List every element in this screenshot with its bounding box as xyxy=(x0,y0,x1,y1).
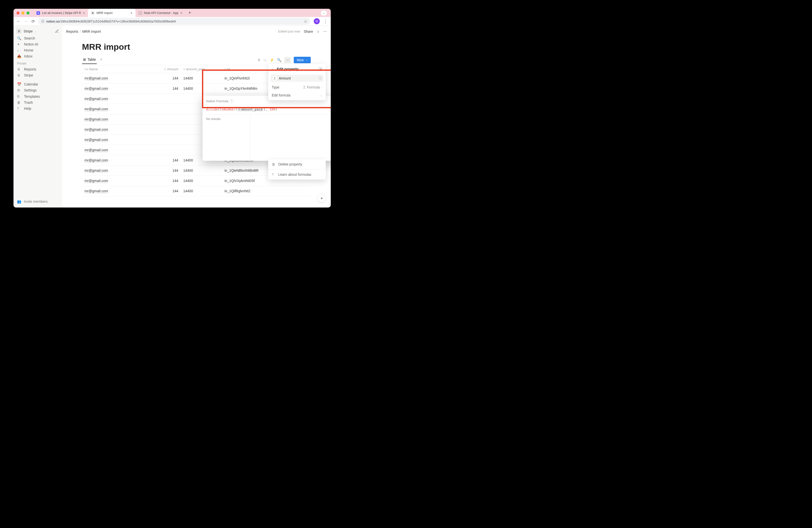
amount-cell[interactable] xyxy=(140,94,181,104)
amount-cell[interactable] xyxy=(140,135,181,145)
share-button[interactable]: Share xyxy=(304,29,313,33)
browser-tab-stripe[interactable]: S List all invoices | Stripe API R × xyxy=(33,9,88,17)
name-cell[interactable]: mr@gmail.com xyxy=(85,179,108,183)
popover-header: ← Edit property ✕ xyxy=(268,65,326,73)
close-window-button[interactable] xyxy=(16,12,19,15)
column-header-name[interactable]: AaName xyxy=(82,65,140,73)
browser-tab-notion[interactable]: N MRR import × xyxy=(88,9,135,17)
browser-tab-connector[interactable]: A Note API Connector - App × xyxy=(135,9,186,17)
sort-icon[interactable]: ↑↓ xyxy=(263,58,267,62)
amount-cell[interactable]: 144 xyxy=(140,73,181,84)
column-header-amount[interactable]: ΣAmount xyxy=(140,65,181,73)
amount-cell[interactable]: 144 xyxy=(140,165,181,176)
url-bar[interactable]: ⓘ notion.so/19fce380694c80828f71c5104df9… xyxy=(38,18,310,25)
close-icon[interactable]: ✕ xyxy=(318,67,323,71)
sidebar-item-ai[interactable]: ✦Notion AI xyxy=(14,41,62,47)
amount-paid-cell[interactable]: 14400 xyxy=(181,165,222,176)
sidebar-item-inbox[interactable]: 📥Inbox xyxy=(14,53,62,59)
id-cell[interactable]: in_1QifRglvnhtI2 xyxy=(222,186,311,196)
sidebar-item-templates[interactable]: ⧉Templates xyxy=(14,93,62,100)
profile-avatar[interactable]: m xyxy=(314,18,320,24)
sidebar-item-search[interactable]: 🔍Search xyxy=(14,35,62,41)
token-fn: toNumber xyxy=(220,107,235,111)
tab-overflow-button[interactable]: ⌄ xyxy=(321,11,327,15)
amount-cell[interactable] xyxy=(140,145,181,155)
amount-cell[interactable] xyxy=(140,104,181,114)
sidebar-item-reports[interactable]: 🗎Reports xyxy=(14,66,62,72)
formula-header-label: Notion Formula xyxy=(206,99,228,103)
amount-cell[interactable] xyxy=(140,124,181,135)
formula-code-input[interactable]: divide(toNumber(≡amount_paid), 100) xyxy=(203,106,331,114)
amount-cell[interactable]: 144 xyxy=(140,176,181,186)
name-cell[interactable]: mr@gmail.com xyxy=(85,76,108,80)
help-icon[interactable]: ? xyxy=(230,100,233,103)
amount-cell[interactable]: 144 xyxy=(140,155,181,165)
new-page-icon[interactable] xyxy=(55,29,59,33)
amount-cell[interactable]: 144 xyxy=(140,186,181,196)
maximize-window-button[interactable] xyxy=(27,12,29,15)
sidebar-item-settings[interactable]: ⚙Settings xyxy=(14,87,62,93)
workspace-switcher[interactable]: S Stripe ⌄ xyxy=(14,27,62,35)
sidebar-item-stripe[interactable]: 🗎Stripe xyxy=(14,72,62,78)
tab-title: List all invoices | Stripe API R xyxy=(42,11,81,15)
name-cell[interactable]: mr@gmail.com xyxy=(85,138,108,142)
view-more-icon[interactable]: ⋯ xyxy=(284,57,291,63)
filter-icon[interactable]: ⚲ xyxy=(258,58,260,62)
new-tab-button[interactable]: + xyxy=(186,9,194,17)
property-type-row[interactable]: Type ΣFormula› xyxy=(268,83,326,91)
add-view-button[interactable]: + xyxy=(100,57,102,64)
invite-members-button[interactable]: 👥Invite members xyxy=(14,197,62,206)
sidebar-item-trash[interactable]: 🗑Trash xyxy=(14,100,62,105)
workspace-name: Stripe xyxy=(24,29,33,33)
page-title[interactable]: MRR import xyxy=(82,42,311,52)
amount-paid-cell[interactable]: 14400 xyxy=(181,73,222,84)
view-tab-table[interactable]: ⊞ Table xyxy=(82,58,97,64)
amount-paid-cell[interactable]: 14400 xyxy=(181,84,222,94)
close-tab-icon[interactable]: × xyxy=(130,11,132,15)
search-icon[interactable]: 🔍 xyxy=(277,58,281,62)
name-cell[interactable]: mr@gmail.com xyxy=(85,168,108,173)
name-cell[interactable]: mr@gmail.com xyxy=(85,107,108,111)
info-icon[interactable]: ⓘ xyxy=(319,76,322,80)
name-cell[interactable]: mr@gmail.com xyxy=(85,97,108,101)
delete-property-row[interactable]: 🗑 Delete property xyxy=(268,160,326,168)
close-tab-icon[interactable]: × xyxy=(180,11,182,15)
table-row[interactable]: mr@gmail.com14414400in_1QifRglvnhtI2 xyxy=(82,186,311,196)
page-menu-icon[interactable]: ⋯ xyxy=(323,29,327,33)
new-button[interactable]: New⌄ xyxy=(294,57,311,63)
name-cell[interactable]: mr@gmail.com xyxy=(85,87,108,90)
property-name-field[interactable]: Σ Amount ⓘ xyxy=(271,75,323,82)
favorite-icon[interactable]: ☆ xyxy=(317,29,320,33)
nav-forward-button[interactable]: → xyxy=(24,19,28,24)
amount-paid-cell[interactable]: 14400 xyxy=(181,176,222,186)
name-cell[interactable]: mr@gmail.com xyxy=(85,158,108,162)
minimize-window-button[interactable] xyxy=(21,12,25,15)
name-cell[interactable]: mr@gmail.com xyxy=(85,148,108,152)
browser-menu-icon[interactable]: ⋮ xyxy=(323,18,328,24)
site-info-icon[interactable]: ⓘ xyxy=(41,19,44,24)
amount-paid-cell[interactable]: 14400 xyxy=(181,186,222,196)
amount-cell[interactable] xyxy=(140,114,181,124)
table-icon: ⊞ xyxy=(83,58,86,61)
nav-back-button[interactable]: ← xyxy=(16,19,20,24)
bookmark-icon[interactable]: ☆ xyxy=(304,19,307,24)
amount-cell[interactable]: 144 xyxy=(140,84,181,94)
nav-reload-button[interactable]: ⟳ xyxy=(31,19,35,24)
chevron-down-icon: ⌄ xyxy=(35,30,37,33)
back-icon[interactable]: ← xyxy=(271,67,275,71)
sidebar-item-help[interactable]: ?Help xyxy=(14,105,62,112)
breadcrumb-reports[interactable]: Reports xyxy=(66,29,78,33)
close-tab-icon[interactable]: × xyxy=(83,11,85,15)
name-cell[interactable]: mr@gmail.com xyxy=(85,128,108,132)
breadcrumb-current[interactable]: MRR import xyxy=(82,29,101,33)
automation-icon[interactable]: ⚡ xyxy=(270,58,274,62)
learn-formulas-row[interactable]: ? Learn about formulas xyxy=(268,171,326,178)
edit-formula-row[interactable]: Edit formula ⌄ xyxy=(268,91,326,99)
ai-fab-button[interactable]: ✦ xyxy=(317,194,326,203)
name-cell[interactable]: mr@gmail.com xyxy=(85,117,108,121)
property-chip: ≡amount_paid xyxy=(237,107,263,112)
sidebar-item-home[interactable]: ⌂Home xyxy=(14,47,62,53)
column-header-amount-paid[interactable]: ≡amount_paid xyxy=(181,65,222,73)
sidebar-item-calendar[interactable]: 📅Calendar xyxy=(14,81,62,87)
name-cell[interactable]: mr@gmail.com xyxy=(85,189,108,193)
